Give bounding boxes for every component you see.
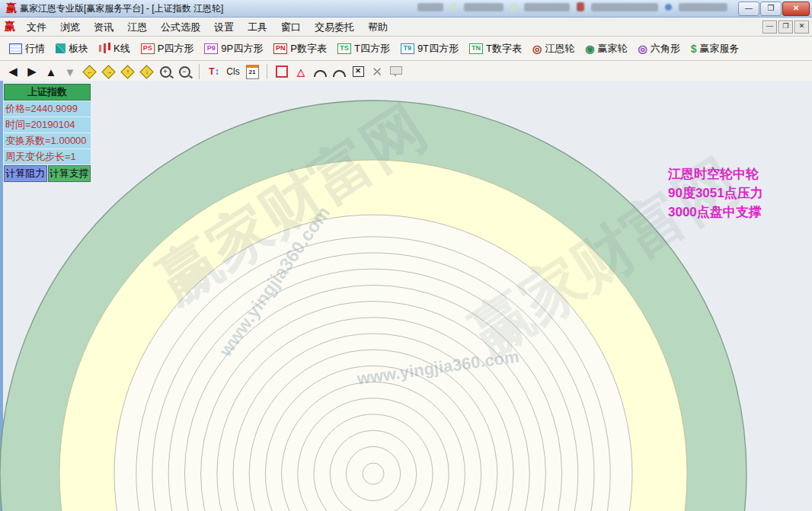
toolbar-item-label: 9T四方形 [417, 42, 459, 56]
redacted-item [464, 3, 504, 11]
arc-cw-icon [314, 70, 327, 77]
P四方形-icon: PS [141, 43, 155, 54]
toolbar-item-T数字表[interactable]: TNT数字表 [465, 40, 526, 58]
赢家轮-icon: ◉ [585, 43, 594, 54]
screen-button[interactable] [389, 64, 403, 79]
toolbar-item-P数字表[interactable]: PNP数字表 [269, 40, 331, 58]
arc-cw-button[interactable] [313, 64, 327, 79]
menu-item-1[interactable]: 文件 [20, 20, 53, 34]
toolbar-item-板块[interactable]: 板块 [51, 40, 93, 58]
toolbar-item-P四方形[interactable]: PSP四方形 [136, 40, 199, 58]
diamond-left-button[interactable]: ← [82, 64, 96, 79]
赢家服务-icon: $ [691, 43, 697, 54]
mdi-button-2[interactable]: ❐ [778, 21, 793, 34]
screen-icon [390, 66, 402, 75]
diamond-left-icon: ← [82, 65, 96, 78]
diamond-down-button[interactable]: ↓ [139, 64, 153, 79]
drawing-toolbar: ◀▶▲▼←→↑↓+−T↕Cls21△✕⤫ [0, 61, 812, 83]
app-logo-icon: 赢 [6, 2, 17, 15]
square-button[interactable] [275, 64, 289, 79]
nav-right-icon: ▶ [27, 65, 37, 78]
maximize-button[interactable]: ❐ [760, 2, 782, 16]
diamond-down-icon: ↓ [139, 65, 153, 78]
menu-items: 文件浏览资讯江恩公式选股设置工具窗口交易委托帮助 [20, 20, 395, 34]
toolbar-separator [199, 64, 200, 79]
mdi-button-1[interactable]: — [762, 21, 777, 34]
calendar-icon: 21 [246, 65, 259, 79]
toolbar-item-label: 六角形 [651, 42, 680, 56]
menu-item-8[interactable]: 窗口 [274, 20, 308, 34]
titlebar-redacted-items [417, 2, 727, 11]
instrument-name: 上证指数 [4, 84, 91, 101]
arc-ccw-icon [333, 70, 346, 77]
toolbar-item-K线[interactable]: K线 [94, 40, 135, 58]
toolbar-separator [267, 64, 267, 79]
menu-item-9[interactable]: 交易委托 [308, 20, 361, 34]
zoom-in-button[interactable]: + [158, 64, 172, 79]
triangle-icon: △ [297, 66, 305, 78]
cls-button[interactable]: Cls [226, 64, 240, 79]
calendar-button[interactable]: 21 [245, 64, 259, 79]
menu-item-6[interactable]: 设置 [207, 20, 241, 34]
boxed-x-button[interactable]: ✕ [351, 64, 365, 79]
toolbar-item-9T四方形[interactable]: T99T四方形 [396, 40, 463, 58]
triangle-button[interactable]: △ [294, 64, 308, 79]
nav-up-button[interactable]: ▲ [44, 64, 58, 79]
boxed-x-icon: ✕ [353, 66, 364, 77]
converge-icon: ⤫ [373, 66, 381, 77]
zoom-in-icon: + [160, 66, 171, 78]
redacted-item [510, 4, 517, 11]
chart-left-border [0, 81, 3, 511]
menu-item-3[interactable]: 资讯 [87, 20, 120, 34]
toolbar-item-label: 赢家服务 [699, 42, 739, 56]
menu-item-2[interactable]: 浏览 [53, 20, 87, 34]
gann-annotation-text: 江恩时空轮中轮90度3051点压力3000点盘中支撑 [668, 164, 763, 222]
nav-left-button[interactable]: ◀ [6, 64, 20, 79]
title-bar: 赢 赢家江恩专业版[赢家服务平台] - [上证指数 江恩轮] — ❐ ✕ [0, 0, 812, 18]
toolbar-item-赢家轮[interactable]: ◉赢家轮 [580, 40, 631, 58]
mdi-button-3[interactable]: ✕ [794, 21, 809, 34]
toolbar-item-行情[interactable]: 行情 [5, 40, 50, 58]
江恩轮-icon: ◎ [532, 43, 542, 54]
converge-button[interactable]: ⤫ [370, 64, 384, 79]
nav-left-icon: ◀ [8, 65, 18, 78]
redacted-item [450, 4, 457, 11]
toolbar-item-label: 板块 [69, 42, 88, 56]
zoom-out-icon: − [179, 66, 190, 78]
minimize-button[interactable]: — [738, 2, 759, 16]
mdi-window-buttons: —❐✕ [762, 21, 809, 34]
info-row: 变换系数=1.00000 [4, 133, 91, 149]
toolbar-item-label: T四方形 [354, 42, 390, 56]
menu-item-10[interactable]: 帮助 [361, 20, 395, 34]
toolbar-item-江恩轮[interactable]: ◎江恩轮 [528, 40, 579, 58]
六角形-icon: ◎ [638, 43, 647, 54]
toolbar-item-label: P数字表 [290, 42, 327, 56]
nav-down-button[interactable]: ▼ [63, 64, 77, 79]
redacted-item [577, 2, 584, 11]
diamond-right-icon: → [101, 65, 115, 78]
diamond-right-button[interactable]: → [101, 64, 115, 79]
toolbar-item-label: K线 [113, 42, 130, 56]
9P四方形-icon: P9 [204, 43, 218, 54]
price-axis-button[interactable]: T↕ [207, 64, 221, 79]
close-button[interactable]: ✕ [782, 2, 810, 16]
calc-support-button[interactable]: 计算支撑 [48, 165, 91, 182]
toolbar-item-赢家服务[interactable]: $赢家服务 [686, 40, 744, 58]
toolbar-item-六角形[interactable]: ◎六角形 [633, 40, 684, 58]
nav-right-button[interactable]: ▶ [25, 64, 39, 79]
zoom-out-button[interactable]: − [177, 64, 191, 79]
menu-item-7[interactable]: 工具 [241, 20, 274, 34]
price-axis-icon: T↕ [209, 66, 219, 77]
toolbar-item-T四方形[interactable]: TST四方形 [333, 40, 395, 58]
gann-wheel-chart-area: 上证指数 价格=2440.9099时间=20190104变换系数=1.00000… [0, 81, 812, 511]
toolbar-item-9P四方形[interactable]: P99P四方形 [200, 40, 267, 58]
calc-resistance-button[interactable]: 计算阻力 [4, 165, 47, 182]
redacted-item [679, 3, 727, 11]
window-title: 赢家江恩专业版[赢家服务平台] - [上证指数 江恩轮] [20, 2, 223, 15]
diamond-up-button[interactable]: ↑ [120, 64, 134, 79]
menu-item-5[interactable]: 公式选股 [154, 20, 207, 34]
menu-item-4[interactable]: 江恩 [120, 20, 154, 34]
板块-icon [56, 43, 66, 53]
arc-ccw-button[interactable] [332, 64, 346, 79]
redacted-item [524, 3, 570, 11]
